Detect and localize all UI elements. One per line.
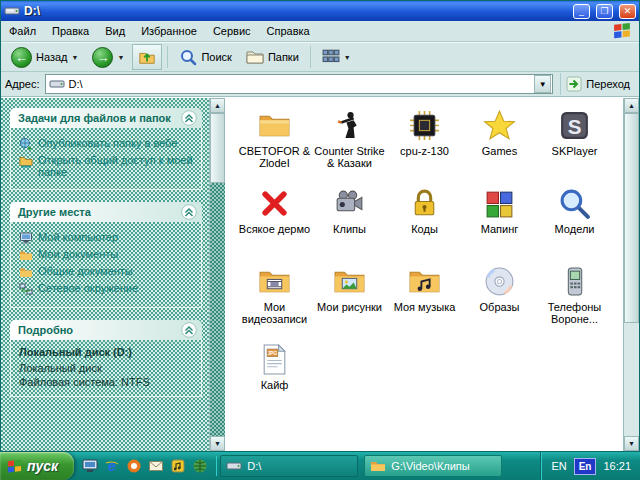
file-label: Клипы: [333, 223, 366, 235]
file-label: Модели: [555, 223, 595, 235]
file-item[interactable]: Коды: [387, 184, 462, 262]
close-button[interactable]: ✕: [619, 4, 636, 19]
tasks-panel-title: Задачи для файлов и папок: [18, 112, 171, 124]
counter-strike-icon: [333, 109, 366, 142]
file-item[interactable]: Всякое дермо: [237, 184, 312, 262]
menu-edit[interactable]: Правка: [52, 25, 89, 37]
quick-launch-icon-1[interactable]: [82, 458, 98, 474]
search-button[interactable]: Поиск: [173, 44, 237, 70]
keyboard-layout-badge[interactable]: En: [574, 458, 597, 475]
network-link[interactable]: Сетевое окружение: [19, 282, 195, 296]
svg-text:S: S: [568, 115, 582, 138]
clock[interactable]: 16:21: [603, 460, 631, 472]
sidebar-scroll-thumb[interactable]: [210, 113, 225, 183]
details-panel-body: Локальный диск (D:) Локальный диск Файло…: [10, 340, 202, 397]
chevron-down-icon: ▼: [72, 54, 79, 61]
file-label: Кайф: [261, 379, 289, 391]
details-panel-header[interactable]: Подробно: [10, 320, 202, 340]
svg-text:JPG: JPG: [268, 351, 278, 356]
windows-logo-icon: [613, 22, 631, 40]
file-item[interactable]: Мои видеозаписи: [237, 262, 312, 340]
file-item[interactable]: Телефоны Вороне...: [537, 262, 612, 340]
file-item[interactable]: cpu-z-130: [387, 106, 462, 184]
main-scroll-thumb[interactable]: [624, 113, 639, 323]
quick-launch: e: [74, 458, 216, 474]
menu-tools[interactable]: Сервис: [213, 25, 251, 37]
share-folder-link[interactable]: Открыть общий доступ к моей папке: [19, 154, 195, 178]
taskbar-task-d-drive[interactable]: D:\: [220, 455, 358, 477]
forward-button[interactable]: → ▼: [86, 44, 130, 70]
folder-icon: [19, 248, 33, 262]
file-item[interactable]: Мапинг: [462, 184, 537, 262]
quick-launch-icon-4[interactable]: [148, 458, 164, 474]
file-item[interactable]: Модели: [537, 184, 612, 262]
address-input[interactable]: D:\ ▼: [45, 74, 554, 94]
file-grid: CBETOFOR & ZlodeI Counter Strike & Казак…: [237, 106, 623, 418]
drive-icon: [49, 76, 65, 92]
folder-up-icon: [138, 48, 156, 66]
chip-icon: [408, 109, 441, 142]
up-button[interactable]: [132, 44, 162, 70]
sidebar-scrollbar[interactable]: ▲ ▼: [209, 98, 225, 451]
file-item[interactable]: S SKPlayer: [537, 106, 612, 184]
desktop: D:\ _ ❐ ✕ Файл Правка Вид Избранное Серв…: [0, 0, 640, 480]
tasks-panel-body: Опубликовать папку в вебе Открыть общий …: [10, 128, 202, 190]
my-documents-link[interactable]: Мои документы: [19, 248, 195, 262]
file-item[interactable]: Мои рисунки: [312, 262, 387, 340]
maximize-button[interactable]: ❐: [596, 4, 613, 19]
chevron-up-icon[interactable]: [181, 322, 197, 338]
quick-launch-icon-2[interactable]: e: [104, 458, 120, 474]
scroll-down-icon[interactable]: ▼: [624, 436, 639, 451]
views-button[interactable]: ▼: [316, 44, 357, 70]
chevron-up-icon[interactable]: [181, 110, 197, 126]
file-label: SKPlayer: [552, 145, 598, 157]
scroll-up-icon[interactable]: ▲: [210, 98, 225, 113]
go-arrow-icon: [566, 76, 582, 92]
my-computer-link[interactable]: Мой компьютер: [19, 231, 195, 245]
chevron-up-icon[interactable]: [181, 204, 197, 220]
file-item[interactable]: Моя музыка: [387, 262, 462, 340]
drive-icon: [226, 458, 242, 474]
start-button[interactable]: пуск: [0, 452, 74, 480]
language-indicator[interactable]: EN: [551, 460, 566, 472]
folders-button[interactable]: Папки: [240, 44, 305, 70]
places-panel-title: Другие места: [18, 206, 91, 218]
sidebar-scroll-track[interactable]: [210, 113, 225, 436]
places-panel: Другие места Мой компьютер: [10, 202, 202, 308]
title-bar: D:\ _ ❐ ✕: [1, 1, 639, 21]
tasks-panel-header[interactable]: Задачи для файлов и папок: [10, 108, 202, 128]
folder-icon: [19, 265, 33, 279]
shared-documents-link[interactable]: Общие документы: [19, 265, 195, 279]
file-item[interactable]: CBETOFOR & ZlodeI: [237, 106, 312, 184]
file-item[interactable]: Клипы: [312, 184, 387, 262]
back-button[interactable]: ← Назад ▼: [5, 44, 84, 70]
menu-bar: Файл Правка Вид Избранное Сервис Справка: [1, 21, 639, 42]
menu-file[interactable]: Файл: [9, 25, 36, 37]
scroll-up-icon[interactable]: ▲: [624, 98, 639, 113]
computer-icon: [19, 231, 33, 245]
file-item[interactable]: Counter Strike & Казаки: [312, 106, 387, 184]
address-dropdown-button[interactable]: ▼: [534, 75, 551, 93]
publish-folder-link[interactable]: Опубликовать папку в вебе: [19, 137, 195, 151]
cd-icon: [483, 265, 516, 298]
places-panel-header[interactable]: Другие места: [10, 202, 202, 222]
task-label: D:\: [247, 460, 261, 472]
main-scrollbar[interactable]: ▲ ▼: [623, 98, 639, 451]
quick-launch-icon-3[interactable]: [126, 458, 142, 474]
go-button[interactable]: Переход: [560, 73, 635, 95]
minimize-button[interactable]: _: [573, 4, 590, 19]
taskbar-task-g-video[interactable]: G:\Video\Клипы: [364, 455, 502, 477]
menu-view[interactable]: Вид: [105, 25, 125, 37]
scroll-down-icon[interactable]: ▼: [210, 436, 225, 451]
main-scroll-track[interactable]: [624, 113, 639, 436]
menu-help[interactable]: Справка: [267, 25, 310, 37]
menu-favorites[interactable]: Избранное: [141, 25, 197, 37]
file-item[interactable]: Games: [462, 106, 537, 184]
file-label: Games: [482, 145, 517, 157]
quick-launch-icon-5[interactable]: [170, 458, 186, 474]
quick-launch-icon-6[interactable]: [192, 458, 208, 474]
windows-logo-icon: [7, 459, 22, 474]
file-item[interactable]: Образы: [462, 262, 537, 340]
file-item[interactable]: JPG Кайф: [237, 340, 312, 418]
start-label: пуск: [27, 458, 58, 474]
